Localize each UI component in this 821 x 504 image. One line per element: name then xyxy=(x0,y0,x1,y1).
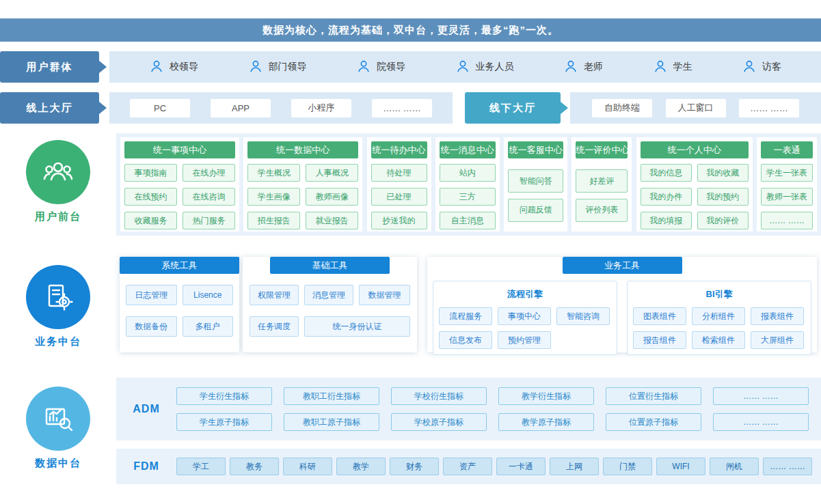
tool-cell: 日志管理 xyxy=(126,285,177,305)
person-icon xyxy=(653,59,668,76)
service-cell: 学生一张表 xyxy=(761,164,813,182)
service-cell: 好差评 xyxy=(576,169,628,193)
service-cell: 我的评价 xyxy=(697,212,749,229)
tool-cell: 事项中心 xyxy=(498,307,551,325)
tool-cell: 任务调度 xyxy=(250,316,299,337)
data-platform-label: 数据中台 xyxy=(0,457,116,470)
service-cell: 人事概况 xyxy=(306,164,358,182)
online-hall-label: 线上大厅 xyxy=(0,92,99,124)
tool-cell: 数据备份 xyxy=(126,316,177,337)
tool-cell: 消息管理 xyxy=(304,285,353,305)
process-engine-title: 流程引擎 xyxy=(439,288,611,300)
offline-hall-label: 线下大厅 xyxy=(465,92,561,124)
user-group-item: 访客 xyxy=(742,59,781,76)
top-banner: 数据为核心，流程为基础，双中台，更灵活，最多“跑”一次。 xyxy=(0,18,821,42)
bi-engine-panel: BI引擎 图表组件 分析组件 报表组件 报告组件 检索组件 大屏组件 xyxy=(627,281,811,355)
user-group-item: 院领导 xyxy=(356,59,405,76)
service-cell: 抄送我的 xyxy=(371,212,427,229)
tool-cell: 数据管理 xyxy=(359,285,410,305)
frontend-platform: 用户前台 xyxy=(0,140,116,223)
user-group-item: 部门领导 xyxy=(248,59,307,76)
service-cell: 在线咨询 xyxy=(183,188,235,206)
channel-box: 自助终端 xyxy=(592,99,652,117)
group-title: 一表通 xyxy=(761,141,813,158)
fdm-domain-cell: 教学 xyxy=(336,458,386,475)
group-title: 统一待办中心 xyxy=(371,141,427,158)
person-icon xyxy=(248,59,263,76)
service-cell: 教师画像 xyxy=(306,188,358,206)
user-group-name: 老师 xyxy=(584,61,603,73)
tool-cell: 信息发布 xyxy=(439,331,492,349)
service-cell: 我的信息 xyxy=(641,164,692,182)
channel-box: 人工窗口 xyxy=(666,99,726,117)
service-cell: 已处理 xyxy=(371,188,427,206)
offline-hall-label-text: 线下大厅 xyxy=(489,102,536,115)
fdm-domain-cell: …… …… xyxy=(763,458,812,475)
user-group-name: 部门领导 xyxy=(269,61,307,73)
business-tools-title: 业务工具 xyxy=(563,257,682,274)
group-title: 统一消息中心 xyxy=(440,141,496,158)
user-group-name: 学生 xyxy=(673,61,692,73)
service-cell: 自主消息 xyxy=(440,212,496,229)
group-title: 统一评价中心 xyxy=(576,141,628,158)
derived-indicator-cell: 教学衍生指标 xyxy=(498,387,594,405)
service-cell: 我的收藏 xyxy=(697,164,749,182)
channel-box: …… …… xyxy=(739,99,799,117)
system-tools-card: 系统工具 日志管理 Lisence 数据备份 多租户 xyxy=(120,257,239,352)
fdm-domain-cell: 闸机 xyxy=(710,458,759,475)
group-title: 统一个人中心 xyxy=(641,141,749,158)
banner-text: 数据为核心，流程为基础，双中台，更灵活，最多“跑”一次。 xyxy=(263,24,558,37)
user-group-name: 访客 xyxy=(762,61,781,73)
tool-cell: 报告组件 xyxy=(633,331,686,349)
business-platform: 业务中台 xyxy=(0,265,116,348)
service-cell: 学生画像 xyxy=(247,188,300,206)
atomic-indicator-cell: 学生原子指标 xyxy=(176,413,272,431)
data-platform: 数据中台 xyxy=(0,387,116,470)
person-icon xyxy=(563,59,578,76)
online-hall-bar: PC APP 小程序 …… …… xyxy=(109,92,453,124)
service-cell: 我的办件 xyxy=(641,188,692,206)
tool-cell: 报表组件 xyxy=(751,307,804,325)
group-title: 统一数据中心 xyxy=(247,141,358,158)
fdm-domain-cell: 学工 xyxy=(176,458,226,475)
atomic-indicator-cell: 教职工原子指标 xyxy=(284,413,379,431)
adm-label: ADM xyxy=(116,403,176,415)
service-cell: 事项指南 xyxy=(124,164,177,182)
tool-cell: 智能咨询 xyxy=(556,307,610,325)
frontend-platform-label: 用户前台 xyxy=(0,210,116,223)
business-tools-card: 业务工具 流程引擎 流程服务 事项中心 智能咨询 信息发布 预约管理 BI引擎 … xyxy=(427,257,817,352)
frontend-group: 统一消息中心 站内 三方 自主消息 xyxy=(435,137,500,232)
atomic-indicator-cell: 教学原子指标 xyxy=(498,413,594,431)
chart-magnifier-icon xyxy=(26,387,90,451)
tool-cell: 统一身份认证 xyxy=(304,316,410,337)
tool-cell: 预约管理 xyxy=(498,331,551,349)
service-cell: 教师一张表 xyxy=(761,188,813,206)
service-cell: …… …… xyxy=(761,212,813,229)
frontend-group: 统一事项中心 事项指南 在线办理 在线预约 在线咨询 收藏服务 热门服务 xyxy=(120,137,239,232)
user-groups-bar: 校领导 部门领导 院领导 业务人员 老师 学生 访客 xyxy=(109,51,821,83)
service-cell: 学生概况 xyxy=(247,164,300,182)
offline-hall-bar: 自助终端 人工窗口 …… …… xyxy=(570,92,821,124)
service-cell: 热门服务 xyxy=(183,212,235,229)
service-cell: 评价列表 xyxy=(576,199,628,222)
business-platform-label: 业务中台 xyxy=(0,335,116,348)
frontend-group: 一表通 学生一张表 教师一张表 …… …… xyxy=(757,137,817,232)
user-group-name: 校领导 xyxy=(170,61,198,73)
bi-engine-title: BI引擎 xyxy=(633,288,805,300)
basic-tools-title: 基础工具 xyxy=(270,257,390,274)
service-cell: 问题反馈 xyxy=(508,199,563,222)
fdm-domain-cell: 一卡通 xyxy=(496,458,546,475)
frontend-group: 统一客服中心 智能问答 问题反馈 xyxy=(504,137,567,232)
fdm-domain-cell: 门禁 xyxy=(603,458,652,475)
channel-box: PC xyxy=(130,99,190,117)
frontend-group: 统一数据中心 学生概况 人事概况 学生画像 教师画像 招生报告 就业报告 xyxy=(243,137,362,232)
fdm-label: FDM xyxy=(116,460,176,473)
fdm-domain-cell: WIFI xyxy=(656,458,705,475)
channel-box: 小程序 xyxy=(291,99,351,117)
tool-cell: 权限管理 xyxy=(250,285,299,305)
service-cell: 智能问答 xyxy=(508,169,563,193)
channel-box: …… …… xyxy=(372,99,432,117)
derived-indicator-cell: 学校衍生指标 xyxy=(391,387,487,405)
tool-cell: 大屏组件 xyxy=(751,331,804,349)
basic-tools-card: 基础工具 权限管理 消息管理 数据管理 任务调度 统一身份认证 xyxy=(243,257,417,352)
